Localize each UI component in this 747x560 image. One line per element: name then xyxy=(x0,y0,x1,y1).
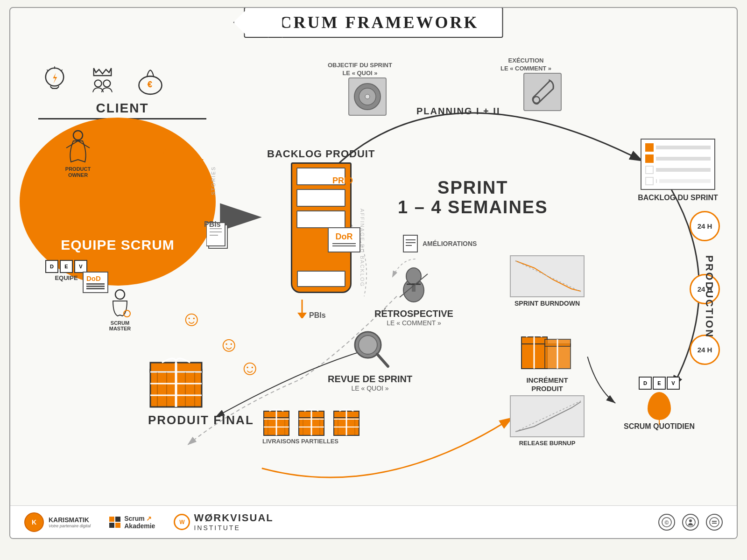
dod-label: DoD xyxy=(86,274,105,282)
production-label: PRODUCTION xyxy=(703,255,715,338)
equipe-scrum-label: EQUIPE SCRUM xyxy=(61,237,175,253)
svg-text:©: © xyxy=(665,519,669,526)
bulb-icon xyxy=(38,64,71,98)
sprint-list-box xyxy=(641,139,715,190)
pbis-bottom-label: PBIs xyxy=(309,311,326,320)
svg-line-44 xyxy=(377,354,388,366)
client-section: € CLIENT xyxy=(29,62,234,119)
down-arrow-backlog xyxy=(295,300,309,320)
svg-rect-29 xyxy=(524,73,561,111)
main-title: SCRUM FRAMEWORK xyxy=(268,13,479,32)
dev-box-d: D xyxy=(45,260,58,273)
equipe-label: EQUIPE xyxy=(45,274,87,281)
svg-point-9 xyxy=(95,80,102,87)
footer-icons-right: © xyxy=(658,514,723,531)
money-bag-icon: € xyxy=(134,62,167,98)
svg-point-28 xyxy=(365,94,370,99)
disk-icon xyxy=(346,76,388,119)
scrum-master: SCRUM MASTER xyxy=(108,288,132,501)
svg-point-13 xyxy=(73,131,83,140)
svg-point-10 xyxy=(103,80,110,87)
svg-line-15 xyxy=(78,141,90,148)
title-banner: SCRUM FRAMEWORK xyxy=(244,7,503,38)
objectif-label: OBJECTIF DU SPRINT LE « QUOI » xyxy=(328,62,392,77)
svg-point-88 xyxy=(710,518,719,527)
affinage-label: AFFINAGE DU BACKLOG xyxy=(359,209,365,287)
scrum-master-label: SCRUM MASTER xyxy=(108,320,132,331)
star-icon: ★ xyxy=(125,146,141,168)
planning-label: PLANNING I + II xyxy=(416,106,500,117)
livraisons-gifts xyxy=(262,403,360,438)
dev-box-v: V xyxy=(74,260,87,273)
product-owner-label: PRODUCT OWNER xyxy=(64,166,92,178)
workvisual-text: WØRKVISUAL INSTITUTE xyxy=(194,512,273,531)
revue-sublabel: LE « QUOI » xyxy=(328,385,412,392)
svg-point-87 xyxy=(689,519,692,522)
livraisons-label: LIVRAISONS PARTIELLES xyxy=(262,438,338,445)
vision-label: ★ VISION DU PRODUIT xyxy=(125,146,203,168)
execution-label: EXÉCUTION LE « COMMENT » xyxy=(500,57,551,73)
sprint-label-2: 1 – 4 SEMAINES xyxy=(398,198,548,217)
prio-label: PRIO xyxy=(332,176,353,186)
backlog-produit-label: BACKLOG PRODUIT xyxy=(267,148,375,160)
sprint-section: SPRINT 1 – 4 SEMAINES xyxy=(398,178,548,217)
backlog-sprint-label: BACKLOG DU SPRINT xyxy=(631,194,725,202)
revue-label: REVUE DE SPRINT xyxy=(328,374,412,385)
sprint-check-1 xyxy=(645,143,654,152)
ameliorations-label: AMÉLIORATIONS xyxy=(402,234,477,253)
person-icon xyxy=(682,514,699,531)
sprint-line-2 xyxy=(656,157,711,161)
product-owner: PRODUCT OWNER xyxy=(64,127,92,178)
svg-text:€: € xyxy=(148,80,152,89)
retro-label: RÉTROSPECTIVE xyxy=(374,308,453,319)
revue-section: REVUE DE SPRINT LE « QUOI » xyxy=(328,325,412,392)
sprint-list-item-3 xyxy=(645,166,711,174)
svg-rect-31 xyxy=(403,235,417,252)
dev-boxes: D E V xyxy=(45,260,87,273)
creative-commons-icon: © xyxy=(658,514,675,531)
burnup-chart xyxy=(510,395,585,437)
produit-final-label: PRODUIT FINAL xyxy=(148,413,254,427)
karismatik-circle: K xyxy=(24,512,44,532)
sprint-label-1: SPRINT xyxy=(398,178,548,198)
smiley-3: ☺ xyxy=(239,356,261,380)
burndown-section: SPRINT BURNDOWN xyxy=(505,255,589,307)
karismatik-text: KARISMATIK Votre partenaire digital xyxy=(49,516,91,528)
svg-point-36 xyxy=(406,268,421,285)
scrum-quotidien: D E V SCRUM QUOTIDIEN xyxy=(608,377,711,431)
svg-point-43 xyxy=(359,336,377,354)
stories-label: STORIES xyxy=(211,166,216,195)
dor-box: DoR xyxy=(328,227,360,252)
dor-label: DoR xyxy=(332,232,356,242)
smiley-2: ☺ xyxy=(218,332,240,357)
release-burnup: RELEASE BURNUP xyxy=(505,395,589,447)
release-label: RELEASE BURNUP xyxy=(505,440,589,447)
increment-label: INCRÉMENT PRODUIT xyxy=(505,376,589,393)
dev-box-e: E xyxy=(60,260,73,273)
hour-circle-1: 24 H xyxy=(690,211,720,241)
burndown-chart xyxy=(510,255,585,297)
workvisual-circle: W xyxy=(174,514,190,530)
karismatik-logo: K KARISMATIK Votre partenaire digital xyxy=(24,512,91,532)
sprint-list-item-2 xyxy=(645,154,711,163)
footer: K KARISMATIK Votre partenaire digital Sc… xyxy=(10,505,737,538)
wrench-icon xyxy=(521,71,564,115)
retrospective-section: RÉTROSPECTIVE LE « COMMENT » xyxy=(374,260,453,327)
sprint-line-1 xyxy=(656,146,711,149)
client-label: CLIENT xyxy=(38,101,206,119)
dod-element: DoD xyxy=(83,272,108,489)
pbis-left-label: PBIs xyxy=(204,220,221,229)
backlog-row-2 xyxy=(296,189,345,207)
smiley-1: ☺ xyxy=(181,307,202,331)
backlog-sprint: BACKLOG DU SPRINT xyxy=(631,139,725,202)
burndown-label: SPRINT BURNDOWN xyxy=(505,300,589,307)
people-icon xyxy=(85,62,120,98)
equals-icon xyxy=(706,514,723,531)
increment-section: INCRÉMENT PRODUIT xyxy=(505,316,589,393)
backlog-produit: BACKLOG PRODUIT xyxy=(267,148,375,293)
sprint-check-2 xyxy=(645,154,654,163)
hour-circle-3: 24 H xyxy=(690,335,720,365)
vision-text: VISION DU PRODUIT xyxy=(145,146,203,168)
scrum-akademie-text: Scrum ↗ Akademie xyxy=(124,515,155,530)
client-icons: € xyxy=(29,62,234,98)
